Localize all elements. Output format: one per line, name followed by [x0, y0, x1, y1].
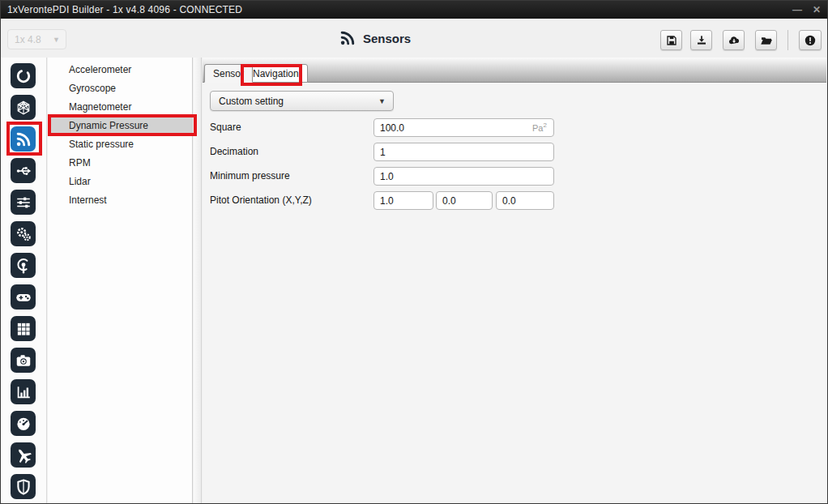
sidebar-item-usb[interactable] [11, 158, 36, 183]
dial-icon [15, 67, 32, 85]
tab-navigation[interactable]: Navigation [244, 64, 308, 83]
toolbar-separator [787, 30, 788, 50]
decimation-label: Decimation [210, 143, 258, 161]
device-version-value: 1x 4.8 [15, 34, 41, 45]
info-button[interactable] [799, 30, 822, 50]
shield-icon [15, 478, 32, 496]
open-folder-icon [759, 34, 774, 47]
minimum-pressure-label: Minimum pressure [210, 167, 290, 186]
list-item-dynamic-pressure[interactable]: Dynamic Pressure [48, 117, 192, 135]
camera-icon [15, 352, 32, 369]
floppy-icon [665, 34, 678, 47]
page-header: Sensors [339, 19, 411, 58]
tab-bar: Sensor Navigation [203, 58, 826, 83]
cloud-download-button[interactable] [723, 30, 745, 50]
tab-sensor[interactable]: Sensor [204, 64, 253, 83]
device-version-dropdown[interactable]: 1x 4.8 ▼ [7, 29, 66, 49]
podcast-icon [15, 257, 32, 275]
info-icon [804, 34, 817, 47]
app-window: 1xVerontePDI Builder - 1x v4.8 4096 - CO… [0, 0, 828, 504]
pitot-x-input[interactable] [373, 191, 433, 210]
sidebar-item-settings-sliders[interactable] [11, 190, 36, 215]
square-label: Square [210, 118, 241, 137]
sensors-rss-icon [339, 29, 356, 47]
list-item-accelerometer[interactable]: Accelerometer [48, 61, 192, 79]
chevron-down-icon: ▼ [378, 97, 386, 105]
sidebar-item-grid[interactable] [11, 316, 36, 341]
gauge-icon [15, 415, 32, 433]
page-title: Sensors [363, 32, 411, 45]
sidebar-item-gears[interactable] [11, 221, 36, 246]
title-bar: 1xVerontePDI Builder - 1x v4.8 4096 - CO… [1, 1, 827, 19]
minimum-pressure-input[interactable] [373, 167, 554, 186]
plane-icon [15, 446, 32, 464]
pitot-y-input[interactable] [436, 191, 493, 210]
sidebar-item-safety[interactable] [11, 474, 36, 499]
sidebar-item-gamepad[interactable] [11, 284, 36, 310]
setting-dropdown-value: Custom setting [219, 96, 284, 107]
sidebar-item-camera[interactable] [11, 348, 36, 373]
bar-chart-icon [15, 383, 32, 401]
sidebar-item-telemetry[interactable] [11, 379, 36, 404]
cloud-download-icon [727, 34, 741, 47]
square-input[interactable] [373, 118, 554, 137]
minimize-button[interactable]: — [792, 1, 802, 19]
open-folder-button[interactable] [755, 30, 777, 50]
setting-dropdown[interactable]: Custom setting ▼ [210, 91, 394, 111]
list-item-static-pressure[interactable]: Static pressure [48, 135, 192, 154]
gamepad-icon [15, 288, 32, 306]
gears-icon [15, 225, 32, 243]
sidebar-item-gauge[interactable] [11, 411, 36, 436]
list-item-lidar[interactable]: Lidar [48, 173, 192, 191]
window-title: 1xVerontePDI Builder - 1x v4.8 4096 - CO… [1, 4, 242, 15]
sensors-rss-icon [15, 130, 32, 148]
sidebar-item-flight[interactable] [11, 442, 36, 468]
save-button[interactable] [660, 30, 682, 50]
sliders-icon [15, 194, 32, 211]
list-item-internest[interactable]: Internest [48, 191, 192, 210]
sidebar-item-broadcast[interactable] [11, 253, 36, 278]
sidebar-item-dial[interactable] [11, 63, 36, 88]
list-item-rpm[interactable]: RPM [48, 154, 192, 173]
sidebar-item-platform[interactable] [11, 95, 36, 120]
pitot-orientation-label: Pitot Orientation (X,Y,Z) [210, 191, 312, 210]
sidebar-item-sensors[interactable] [11, 126, 36, 152]
mesh-platform-icon [15, 99, 32, 117]
module-sidebar [1, 58, 47, 503]
sensor-settings-panel: Custom setting ▼ Square Pa2 Decimation M… [203, 83, 826, 502]
download-icon [695, 34, 708, 47]
content-area: Sensor Navigation Custom setting ▼ Squar… [203, 58, 826, 502]
grid-icon [15, 320, 32, 338]
list-item-gyroscope[interactable]: Gyroscope [48, 79, 192, 98]
download-button[interactable] [690, 30, 712, 50]
list-scrollbar[interactable] [194, 58, 202, 503]
sensor-list: Accelerometer Gyroscope Magnetometer Dyn… [48, 58, 193, 503]
pitot-z-input[interactable] [496, 191, 554, 210]
decimation-input[interactable] [373, 143, 554, 161]
close-button[interactable]: ✕ [813, 1, 821, 19]
usb-icon [15, 162, 32, 180]
chevron-down-icon: ▼ [53, 36, 60, 44]
list-item-magnetometer[interactable]: Magnetometer [48, 98, 192, 117]
toolbar: 1x 4.8 ▼ Sensors [1, 19, 827, 58]
window-controls: — ✕ [792, 1, 821, 19]
